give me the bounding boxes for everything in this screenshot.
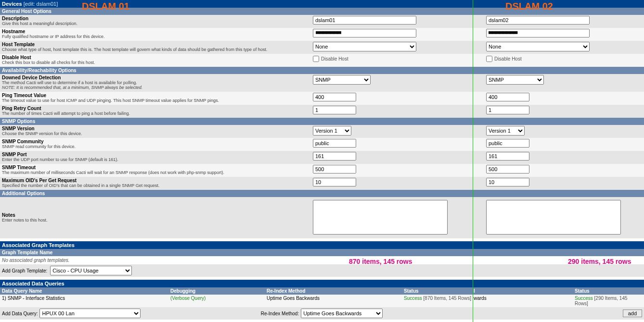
snmpver-select-2[interactable]: Version 1 <box>486 126 525 136</box>
disable-label-2: Disable Host <box>494 56 522 62</box>
dq-col-name: Data Query Name <box>2 288 170 294</box>
annotation-items-right: 290 items, 145 rows <box>568 258 631 265</box>
divider-line <box>473 0 473 322</box>
dq-row-name: SNMP - Interface Statistics <box>8 296 65 301</box>
snmptimeout-title: SNMP Timeout <box>2 165 311 170</box>
annotation-items-left: 870 items, 145 rows <box>349 258 412 265</box>
reindex-select[interactable]: Uptime Goes Backwards <box>301 309 383 318</box>
section-snmp: SNMP Options <box>0 118 644 125</box>
notes-textarea-2[interactable] <box>486 200 621 235</box>
page-title: Devices <box>2 1 22 7</box>
disable-sub: Check this box to disable all checks for… <box>2 60 311 65</box>
pingtimeout-sub: The timeout value to use for host ICMP a… <box>2 98 311 103</box>
disable-checkbox-1[interactable] <box>313 56 319 62</box>
dq-col-status: Status <box>404 288 474 294</box>
snmptimeout-input-1[interactable] <box>313 165 356 173</box>
annotation-dslam01: DSLAM 01 <box>82 1 129 12</box>
graph-templates-header: Associated Graph Templates <box>0 241 644 249</box>
snmpport-title: SNMP Port <box>2 152 311 157</box>
add-dq-label: Add Data Query: <box>2 311 38 316</box>
downed-sub: The method Cacti will use to determine i… <box>2 80 311 85</box>
pingretry-title: Ping Retry Count <box>2 106 311 111</box>
data-queries-columns: Data Query Name Debugging Re-Index Metho… <box>0 287 644 295</box>
pingretry-sub: The number of times Cacti will attempt t… <box>2 111 311 116</box>
downed-select-2[interactable]: SNMP <box>486 75 544 85</box>
graph-templates-none: No associated graph templates. <box>0 256 644 264</box>
maxoid-input-1[interactable] <box>313 178 356 186</box>
snmpver-sub: Choose the SNMP version for this device. <box>2 131 311 136</box>
description-sub: Give this host a meaningful description. <box>2 21 311 26</box>
disable-label-1: Disable Host <box>321 56 348 62</box>
dq-row-debug[interactable]: (Verbose Query) <box>170 296 206 301</box>
snmpcomm-input-2[interactable] <box>486 139 529 148</box>
dq-col-reindex: Re-Index Method <box>267 288 404 294</box>
maxoid-input-2[interactable] <box>486 178 529 186</box>
hostname-obscured-1: ▬▬▬▬▬▬▬ <box>316 26 341 37</box>
hosttpl-select-2[interactable]: None <box>486 42 590 51</box>
dq-row-idx: 1) <box>2 296 6 301</box>
add-graph-select[interactable]: Cisco - CPU Usage <box>50 266 132 275</box>
snmpport-input-2[interactable] <box>486 152 529 161</box>
snmptimeout-sub: The maximum number of milliseconds Cacti… <box>2 170 311 175</box>
dq-row-status-l: Success <box>404 296 422 301</box>
hostname-title: Hostname <box>2 29 311 34</box>
snmptimeout-input-2[interactable] <box>486 165 529 173</box>
snmpport-sub: Enter the UDP port number to use for SNM… <box>2 157 311 162</box>
downed-note: NOTE: It is recommended that, at a minim… <box>2 85 311 90</box>
dq-row-reindex: Uptime Goes Backwards <box>267 296 404 306</box>
description-input-2[interactable] <box>486 16 590 25</box>
dq-row-status-r: Success <box>575 296 593 301</box>
notes-title: Notes <box>2 212 311 218</box>
dq-row-status-l-suffix: [870 Items, 145 Rows] <box>424 296 472 301</box>
page-edit-suffix: [edit: dslam01] <box>24 1 58 7</box>
snmpport-input-1[interactable] <box>313 152 356 161</box>
hostname-sub: Fully qualified hostname or IP address f… <box>2 34 311 39</box>
downed-select-1[interactable]: SNMP <box>313 75 371 85</box>
snmpcomm-sub: SNMP read community for this device. <box>2 144 311 149</box>
disable-checkbox-2[interactable] <box>486 56 492 62</box>
hosttpl-sub: Choose what type of host, host template … <box>2 47 311 52</box>
notes-textarea-1[interactable] <box>313 200 448 235</box>
section-availability: Availability/Reachability Options <box>0 67 644 74</box>
description-title: Description <box>2 16 311 21</box>
reindex-label: Re-Index Method: <box>261 311 299 316</box>
snmpcomm-input-1[interactable] <box>313 139 356 148</box>
dq-col-status2: Status <box>575 288 642 294</box>
section-additional: Additional Options <box>0 190 644 197</box>
dq-row-mid: wards <box>474 296 575 306</box>
pingretry-input-2[interactable] <box>486 106 529 114</box>
snmpver-select-1[interactable]: Version 1 <box>313 126 351 136</box>
dq-row: 1) SNMP - Interface Statistics (Verbose … <box>0 295 644 307</box>
add-button[interactable]: add <box>623 310 642 317</box>
pingtimeout-input-1[interactable] <box>313 93 356 101</box>
notes-sub: Enter notes to this host. <box>2 218 311 223</box>
pingtimeout-title: Ping Timeout Value <box>2 93 311 98</box>
hosttpl-select-1[interactable]: None <box>313 42 416 51</box>
add-dq-select[interactable]: HPUX 00 Lan <box>39 309 141 318</box>
graph-templates-col: Graph Template Name <box>0 249 644 256</box>
dq-col-debug: Debugging <box>170 288 267 294</box>
hostname-obscured-2: ▬▬▬▬▬▬▬▬ <box>489 26 517 37</box>
dq-col-i: I <box>474 288 575 294</box>
snmpcomm-title: SNMP Community <box>2 139 311 144</box>
snmpver-title: SNMP Version <box>2 126 311 131</box>
disable-title: Disable Host <box>2 55 311 60</box>
data-queries-header: Associated Data Queries <box>0 280 644 287</box>
annotation-dslam02: DSLAM 02 <box>505 1 553 12</box>
maxoid-title: Maximum OID's Per Get Request <box>2 178 311 183</box>
maxoid-sub: Specified the number of OID's that can b… <box>2 183 311 188</box>
pingretry-input-1[interactable] <box>313 106 356 114</box>
add-graph-label: Add Graph Template: <box>2 268 47 273</box>
downed-title: Downed Device Detection <box>2 75 311 80</box>
hosttpl-title: Host Template <box>2 42 311 47</box>
description-input-1[interactable] <box>313 16 416 25</box>
pingtimeout-input-2[interactable] <box>486 93 529 101</box>
